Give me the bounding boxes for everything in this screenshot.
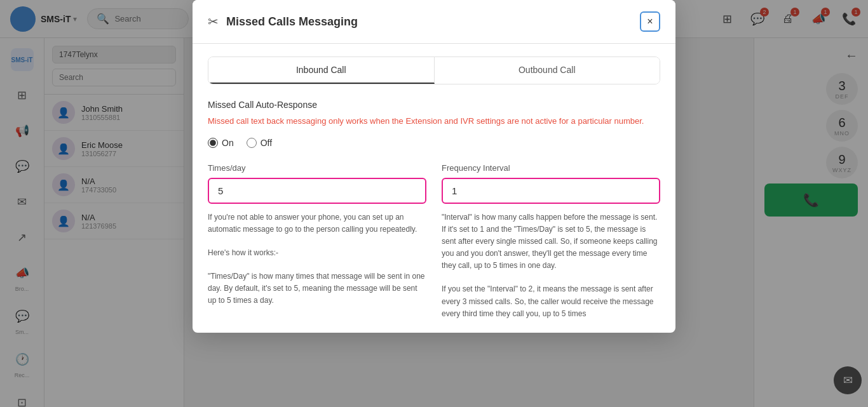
- modal-header: ✂ Missed Calls Messaging ×: [193, 0, 675, 44]
- radio-on-label: On: [222, 138, 234, 148]
- warning-text: Missed call text back messaging only wor…: [208, 115, 660, 128]
- frequency-input[interactable]: [442, 178, 660, 204]
- modal-title: Missed Calls Messaging: [226, 15, 640, 29]
- tab-inbound-call[interactable]: Inbound Call: [208, 57, 435, 84]
- radio-group: On Off: [208, 138, 660, 148]
- modal-close-button[interactable]: ×: [640, 11, 660, 32]
- radio-off[interactable]: [247, 138, 257, 148]
- right-desc-2: If you set the "Interval" to 2, it means…: [442, 283, 660, 320]
- left-desc-3: "Times/Day" is how many times that messa…: [208, 270, 426, 307]
- times-day-label: Times/day: [208, 163, 426, 173]
- modal-call-icon: ✂: [208, 14, 219, 29]
- frequency-label: Frequency Interval: [442, 163, 660, 173]
- radio-off-label: Off: [261, 138, 272, 148]
- left-desc-2: Here's how it works:-: [208, 247, 426, 259]
- times-day-input[interactable]: [208, 178, 426, 204]
- left-column: Times/day If you're not able to answer y…: [208, 163, 426, 321]
- radio-on[interactable]: [208, 138, 218, 148]
- modal-body: Inbound Call Outbound Call Missed Call A…: [193, 44, 675, 333]
- missed-calls-modal: ✂ Missed Calls Messaging × Inbound Call …: [193, 0, 675, 333]
- section-title: Missed Call Auto-Response: [208, 100, 660, 110]
- tab-group: Inbound Call Outbound Call: [208, 57, 660, 84]
- left-desc-1: If you're not able to answer your phone,…: [208, 211, 426, 236]
- close-icon: ×: [647, 16, 653, 27]
- right-column: Frequency Interval "Interval" is how man…: [442, 163, 660, 321]
- radio-option-off[interactable]: Off: [247, 138, 272, 148]
- modal-overlay: ✂ Missed Calls Messaging × Inbound Call …: [0, 0, 868, 407]
- right-desc-1: "Interval" is how many calls happen befo…: [442, 211, 660, 272]
- tab-outbound-call[interactable]: Outbound Call: [435, 57, 660, 84]
- radio-option-on[interactable]: On: [208, 138, 234, 148]
- two-column-section: Times/day If you're not able to answer y…: [208, 163, 660, 321]
